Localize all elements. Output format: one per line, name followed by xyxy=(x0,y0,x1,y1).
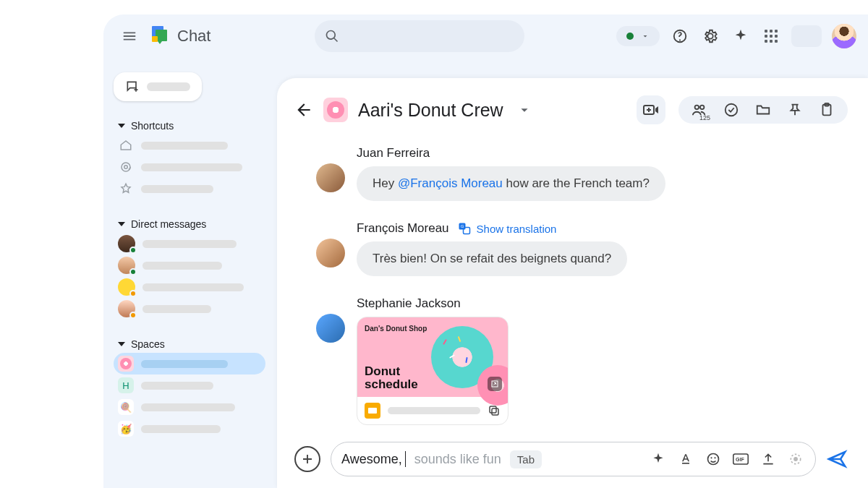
suggestion-text: sounds like fun xyxy=(414,452,501,467)
copy-icon[interactable] xyxy=(488,404,501,417)
shortcut-home[interactable] xyxy=(114,134,265,156)
emoji-icon xyxy=(706,452,720,466)
arrow-left-icon xyxy=(294,100,313,119)
upload-icon xyxy=(761,452,775,466)
dm-item[interactable] xyxy=(114,276,265,298)
typed-text: Awesome, xyxy=(341,452,402,467)
space-item[interactable]: 🥳 xyxy=(114,418,265,440)
space-dropdown[interactable] xyxy=(516,102,532,118)
attachment-thumbnail: Dan's Donut Shop Donutschedule xyxy=(357,317,508,397)
donut-icon xyxy=(118,356,134,372)
space-item[interactable]: H xyxy=(114,374,265,396)
account-avatar[interactable] xyxy=(832,24,856,48)
message-bubble[interactable]: Hey @François Moreau how are the French … xyxy=(357,166,665,201)
folder-icon xyxy=(755,102,771,118)
members-button[interactable]: 125 xyxy=(692,102,707,118)
caret-down-icon xyxy=(118,124,125,128)
pin-button[interactable] xyxy=(787,102,803,118)
video-call-button[interactable] xyxy=(637,95,665,124)
sparkle-icon xyxy=(733,28,749,44)
translate-label: Show translation xyxy=(477,223,557,235)
dm-item[interactable] xyxy=(114,254,265,276)
gif-icon: GIF xyxy=(733,452,749,466)
presence-dot-icon xyxy=(626,33,634,40)
caret-down-icon xyxy=(118,342,125,346)
shortcut-starred[interactable] xyxy=(114,178,265,200)
svg-point-16 xyxy=(710,457,712,458)
clipboard-button[interactable] xyxy=(819,102,835,118)
dm-item[interactable] xyxy=(114,298,265,320)
format-button[interactable] xyxy=(676,452,695,466)
video-plus-icon xyxy=(642,101,660,119)
avatar[interactable] xyxy=(316,314,345,343)
apps-grid-icon xyxy=(765,30,778,43)
svg-point-15 xyxy=(708,454,719,465)
section-shortcuts: Shortcuts xyxy=(114,117,265,200)
header-action-group: 125 xyxy=(678,96,848,124)
home-icon xyxy=(118,137,134,153)
search-input[interactable] xyxy=(315,20,524,52)
section-label: Shortcuts xyxy=(131,120,174,132)
search-icon xyxy=(325,29,339,43)
back-button[interactable] xyxy=(294,100,313,119)
mention-link[interactable]: @François Moreau xyxy=(398,176,503,190)
party-icon: 🥳 xyxy=(118,421,134,437)
chevron-down-icon xyxy=(516,102,532,118)
shortcut-mentions[interactable] xyxy=(114,156,265,178)
help-button[interactable] xyxy=(670,26,690,46)
space-title[interactable]: Aari's Donut Crew xyxy=(358,100,503,121)
slides-attachment-card[interactable]: Dan's Donut Shop Donutschedule xyxy=(357,317,509,425)
emoji-button[interactable] xyxy=(704,452,723,466)
status-button[interactable] xyxy=(616,26,660,46)
ai-compose-button[interactable] xyxy=(649,452,668,466)
section-header-spaces[interactable]: Spaces xyxy=(114,335,265,353)
message-input[interactable]: Awesome, sounds like fun Tab GIF xyxy=(331,442,816,476)
sparkle-icon xyxy=(651,452,665,466)
app-logo-wrap: Chat xyxy=(150,25,210,47)
message-item: Stephanie Jackson Dan's Donut Shop Donut… xyxy=(316,296,848,428)
section-header-direct[interactable]: Direct messages xyxy=(114,215,265,233)
message-bubble[interactable]: Très bien! On se refait des beignets qua… xyxy=(357,241,627,276)
space-item[interactable]: 🍭 xyxy=(114,396,265,418)
svg-rect-14 xyxy=(682,463,689,464)
app-shell: Chat xyxy=(103,14,868,488)
top-bar: Chat xyxy=(103,14,868,58)
sidebar: Shortcuts Direct messages xyxy=(114,72,265,440)
ai-button[interactable] xyxy=(731,26,751,46)
tasks-button[interactable] xyxy=(723,102,739,118)
upload-button[interactable] xyxy=(759,452,778,466)
help-icon xyxy=(672,28,688,44)
composer: Awesome, sounds like fun Tab GIF xyxy=(294,442,848,476)
svg-point-4 xyxy=(700,106,705,110)
send-button[interactable] xyxy=(826,448,848,470)
message-author: François Moreau xyxy=(357,221,449,236)
avatar[interactable] xyxy=(316,163,345,192)
show-translation-button[interactable]: G Show translation xyxy=(458,222,557,235)
avatar[interactable] xyxy=(316,239,345,267)
svg-point-21 xyxy=(793,457,798,461)
open-in-new-icon xyxy=(488,377,502,391)
svg-point-5 xyxy=(726,104,738,116)
section-header-shortcuts[interactable]: Shortcuts xyxy=(114,117,265,134)
text-caret xyxy=(405,451,406,467)
space-item-donut-crew[interactable] xyxy=(114,353,265,374)
menu-icon xyxy=(122,28,137,44)
dm-item[interactable] xyxy=(114,233,265,254)
add-attachment-button[interactable] xyxy=(294,446,320,472)
new-chat-icon xyxy=(125,80,140,94)
lollipop-icon: 🍭 xyxy=(118,399,134,415)
svg-point-0 xyxy=(122,163,130,171)
slides-icon xyxy=(365,403,380,419)
record-button[interactable] xyxy=(786,452,805,466)
new-chat-button[interactable] xyxy=(114,72,202,101)
menu-button[interactable] xyxy=(119,26,140,46)
clipboard-icon xyxy=(819,102,835,118)
gif-button[interactable]: GIF xyxy=(731,452,750,466)
svg-text:G: G xyxy=(460,224,464,228)
apps-button[interactable] xyxy=(761,26,781,46)
files-button[interactable] xyxy=(755,102,771,118)
svg-point-1 xyxy=(124,166,128,169)
org-label[interactable] xyxy=(791,25,822,47)
settings-button[interactable] xyxy=(700,26,720,46)
member-count: 125 xyxy=(699,114,710,121)
